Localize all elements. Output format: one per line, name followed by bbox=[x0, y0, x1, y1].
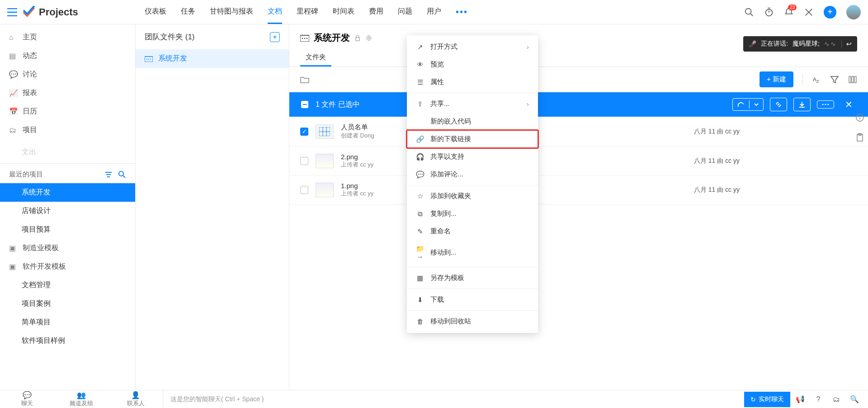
sort-icon[interactable]: AZ bbox=[812, 75, 821, 84]
bottom-tab-0[interactable]: 💬聊天 bbox=[0, 389, 54, 408]
file-row[interactable]: 1.png上传者 cc yy 八月 11 由 cc yy bbox=[289, 176, 868, 204]
announce-icon[interactable]: 📢 bbox=[792, 390, 808, 408]
speaking-wave-icon: ∿∿ bbox=[824, 40, 837, 47]
folder-toolbar-icon[interactable] bbox=[300, 76, 309, 83]
top-nav-2[interactable]: 甘特图与报表 bbox=[210, 0, 253, 24]
filter-icon[interactable] bbox=[104, 171, 113, 179]
link-button[interactable] bbox=[770, 98, 787, 111]
info-icon[interactable] bbox=[855, 113, 864, 122]
ctx-item-label: 预览 bbox=[430, 60, 444, 69]
recent-project-item[interactable]: 店铺设计 bbox=[0, 202, 135, 220]
search-sidebar-icon[interactable] bbox=[118, 171, 126, 179]
ctx-item-label: 下载 bbox=[430, 295, 444, 304]
bottom-tab-2[interactable]: 👤联系人 bbox=[108, 389, 163, 408]
sidebar-discussion-icon[interactable]: 💬讨论 bbox=[0, 65, 135, 84]
ctx-download-icon[interactable]: ⬇下载 bbox=[407, 291, 538, 308]
archive-icon[interactable]: 🗂 bbox=[828, 390, 844, 408]
top-nav-1[interactable]: 任务 bbox=[181, 0, 195, 24]
clipboard-icon[interactable] bbox=[855, 133, 864, 142]
logo[interactable]: Projects bbox=[23, 6, 127, 19]
ctx-preview-icon[interactable]: 👁预览 bbox=[407, 56, 538, 73]
ctx-template-icon[interactable]: ▦另存为模板 bbox=[407, 269, 538, 287]
file-info: 人员名单创建者 Dong bbox=[341, 123, 374, 140]
ctx-rename-icon[interactable]: ✎重命名 bbox=[407, 223, 538, 240]
svg-rect-22 bbox=[854, 76, 856, 83]
ctx-move-icon[interactable]: 📁→移动到... bbox=[407, 240, 538, 265]
content-area: 系统开发 文件夹 + 新建 AZ 1 文件 已选中 ✕ bbox=[289, 24, 868, 390]
tools-icon[interactable] bbox=[804, 7, 814, 17]
svg-point-26 bbox=[825, 104, 826, 105]
reply-icon[interactable]: ↩ bbox=[841, 40, 852, 47]
sidebar-template-item[interactable]: ▣制造业模板 bbox=[0, 239, 135, 257]
sidebar-template-item[interactable]: 简单项目 bbox=[0, 313, 135, 332]
add-folder-button[interactable]: + bbox=[270, 32, 280, 42]
svg-rect-20 bbox=[849, 76, 851, 83]
search-icon[interactable] bbox=[744, 7, 754, 17]
sidebar-template-item[interactable]: 文档管理 bbox=[0, 276, 135, 294]
share-split-button[interactable] bbox=[732, 98, 764, 111]
ctx-copy-icon[interactable]: ⧉复制到... bbox=[407, 205, 538, 223]
ctx-item-label: 移动到... bbox=[430, 248, 457, 257]
sidebar-home-icon[interactable]: ⌂主页 bbox=[0, 28, 135, 47]
notification-icon[interactable]: 23 bbox=[784, 7, 794, 17]
ctx-trash-icon[interactable]: 🗑移动到回收站 bbox=[407, 313, 538, 330]
top-nav-6[interactable]: 费用 bbox=[369, 0, 383, 24]
speaking-name: 魔码星球; bbox=[793, 40, 820, 48]
bottom-tab-1[interactable]: 👥频道及组 bbox=[54, 389, 108, 408]
ctx-star-icon[interactable]: ☆添加到收藏夹 bbox=[407, 187, 538, 205]
folder-title-icon bbox=[300, 34, 309, 42]
search-bottom-icon[interactable]: 🔍 bbox=[846, 390, 863, 408]
ctx-embed-icon[interactable]: 新的嵌入代码 bbox=[407, 113, 538, 130]
top-nav-4[interactable]: 里程碑 bbox=[297, 0, 318, 24]
top-nav-5[interactable]: 时间表 bbox=[333, 0, 354, 24]
sidebar-template-item[interactable]: 软件项目样例 bbox=[0, 332, 135, 350]
top-nav-3[interactable]: 文档 bbox=[268, 0, 282, 24]
sidebar-template-item[interactable]: ▣软件开发模板 bbox=[0, 257, 135, 276]
ctx-share-icon[interactable]: ⇪共享...› bbox=[407, 95, 538, 113]
ctx-properties-icon[interactable]: ☰属性 bbox=[407, 73, 538, 91]
top-nav-7[interactable]: 问题 bbox=[398, 0, 412, 24]
folder-item[interactable]: 系统开发 bbox=[136, 49, 289, 68]
file-info: 1.png上传者 cc yy bbox=[341, 182, 373, 198]
ctx-support-icon[interactable]: 🎧共享以支持 bbox=[407, 148, 538, 166]
menu-toggle-icon[interactable] bbox=[7, 8, 17, 16]
top-nav-8[interactable]: 用户 bbox=[427, 0, 441, 24]
file-meta: 上传者 cc yy bbox=[341, 161, 373, 169]
close-selection-button[interactable]: ✕ bbox=[840, 99, 857, 110]
link-icon: 🔗 bbox=[416, 135, 424, 143]
file-checkbox[interactable] bbox=[300, 128, 308, 136]
settings-icon[interactable] bbox=[365, 34, 373, 42]
download-button[interactable] bbox=[793, 98, 811, 111]
mic-muted-icon[interactable]: 🎤̸ bbox=[749, 40, 756, 47]
recent-project-item[interactable]: 项目预算 bbox=[0, 220, 135, 239]
timer-icon[interactable] bbox=[764, 7, 774, 17]
view-icon[interactable] bbox=[848, 75, 857, 84]
sidebar-project-icon[interactable]: 🗂项目 bbox=[0, 121, 135, 139]
more-actions-button[interactable] bbox=[817, 100, 834, 109]
file-checkbox[interactable] bbox=[300, 157, 308, 165]
file-row[interactable]: 2.png上传者 cc yy 八月 11 由 cc yy bbox=[289, 147, 868, 176]
tab-folder[interactable]: 文件夹 bbox=[300, 49, 331, 66]
user-avatar[interactable] bbox=[846, 5, 861, 19]
filter-toolbar-icon[interactable] bbox=[830, 75, 839, 84]
add-button[interactable]: + bbox=[824, 6, 836, 19]
top-nav-0[interactable]: 仪表板 bbox=[145, 0, 166, 24]
sidebar-report-icon[interactable]: 📈报表 bbox=[0, 84, 135, 102]
sidebar-calendar-icon[interactable]: 📅日历 bbox=[0, 102, 135, 121]
svg-point-9 bbox=[148, 59, 149, 60]
sidebar-feed-icon[interactable]: ▤动态 bbox=[0, 47, 135, 65]
help-icon[interactable]: ? bbox=[810, 390, 826, 408]
file-row[interactable]: 人员名单创建者 Dong 八月 11 由 cc yy bbox=[289, 117, 868, 147]
sidebar-template-item[interactable]: 项目案例 bbox=[0, 294, 135, 313]
top-nav-more[interactable]: ••• bbox=[456, 0, 468, 24]
ctx-comment-icon[interactable]: 💬添加评论... bbox=[407, 166, 538, 183]
sidebar-item-label: 项目 bbox=[23, 125, 37, 135]
ctx-open-icon[interactable]: ↗打开方式› bbox=[407, 38, 538, 56]
ctx-link-icon[interactable]: 🔗新的下载链接 bbox=[407, 130, 538, 148]
chat-input[interactable]: 这是您的智能聊天( Ctrl + Space ) bbox=[163, 390, 744, 408]
recent-project-item[interactable]: 系统开发 bbox=[0, 183, 135, 202]
file-checkbox[interactable] bbox=[300, 186, 308, 194]
deselect-icon[interactable] bbox=[300, 100, 309, 109]
new-button[interactable]: + 新建 bbox=[760, 71, 793, 87]
live-chat-button[interactable]: ↻实时聊天 bbox=[744, 392, 790, 407]
